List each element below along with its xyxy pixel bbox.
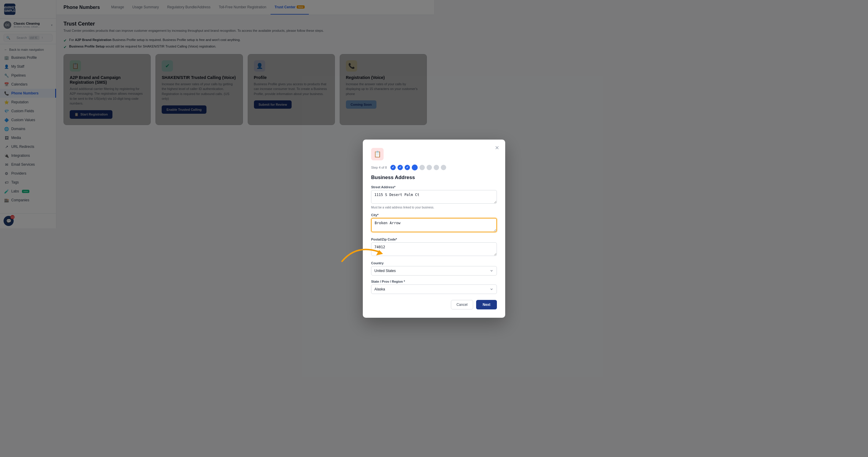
city-label: City* bbox=[371, 213, 434, 217]
city-input[interactable] bbox=[371, 218, 434, 229]
step-dot-2: ✔ bbox=[398, 165, 403, 170]
street-address-hint: Must be a valid address linked to your b… bbox=[371, 206, 434, 209]
step-label: Step 4 of 8 bbox=[371, 166, 387, 169]
modal-icon-wrap: 📋 bbox=[371, 148, 383, 160]
street-address-label: Street Address* bbox=[371, 185, 434, 189]
step-dot-7 bbox=[434, 165, 434, 170]
modal-icon: 📋 bbox=[374, 150, 381, 158]
step-dot-4 bbox=[412, 165, 418, 170]
step-dot-6 bbox=[427, 165, 432, 170]
step-dot-1: ✔ bbox=[391, 165, 396, 170]
step-dot-3: ✔ bbox=[405, 165, 410, 170]
street-address-input[interactable] bbox=[371, 190, 434, 204]
modal: ✕ 📋 Step 4 of 8 ✔ ✔ ✔ Business Address S… bbox=[363, 140, 434, 229]
modal-overlay: ✕ 📋 Step 4 of 8 ✔ ✔ ✔ Business Address S… bbox=[0, 0, 434, 228]
street-address-group: Street Address* Must be a valid address … bbox=[371, 185, 434, 209]
step-dot-5 bbox=[420, 165, 425, 170]
step-row: Step 4 of 8 ✔ ✔ ✔ bbox=[371, 165, 434, 170]
city-group: City* bbox=[371, 213, 434, 229]
modal-title: Business Address bbox=[371, 175, 434, 180]
